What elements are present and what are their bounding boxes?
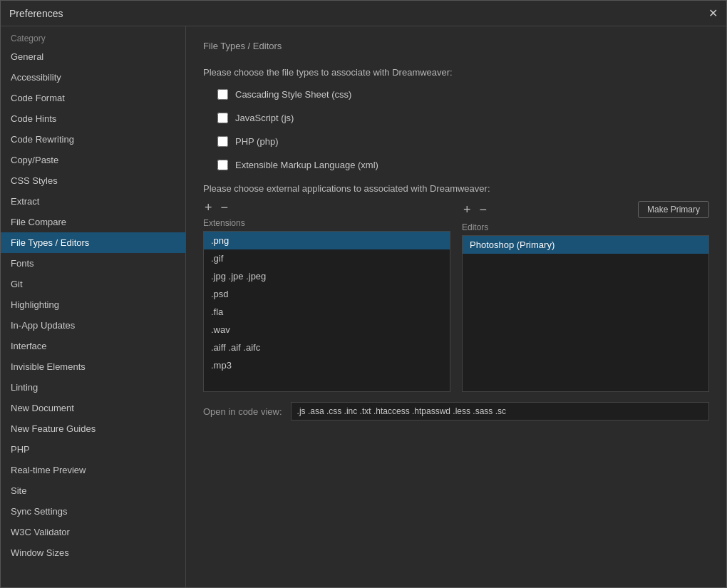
open-code-input[interactable] xyxy=(291,402,709,421)
sidebar-category-label: Category xyxy=(1,26,185,46)
extensions-header: Extensions xyxy=(203,218,450,228)
file-type-label: PHP (php) xyxy=(235,136,278,147)
extension-list-item[interactable]: .png xyxy=(204,232,450,249)
file-type-checkbox-item: JavaScript (js) xyxy=(217,113,709,123)
sidebar-item[interactable]: Sync Settings xyxy=(1,501,185,522)
extensions-listbox[interactable]: .png.gif.jpg .jpe .jpeg.psd.fla.wav.aiff… xyxy=(203,231,450,392)
sidebar: Category GeneralAccessibilityCode Format… xyxy=(1,26,186,587)
editors-column: + − Make Primary Editors Photoshop (Prim… xyxy=(462,201,709,392)
add-extension-button[interactable]: + xyxy=(203,201,214,214)
close-button[interactable]: ✕ xyxy=(708,6,718,20)
editors-toolbar: + − Make Primary xyxy=(462,201,709,218)
file-types-checkboxes: Cascading Style Sheet (css)JavaScript (j… xyxy=(217,89,709,170)
sidebar-item[interactable]: Highlighting xyxy=(1,294,185,315)
sidebar-item[interactable]: CSS Styles xyxy=(1,170,185,191)
sidebar-item[interactable]: Copy/Paste xyxy=(1,150,185,170)
sidebar-item[interactable]: Invisible Elements xyxy=(1,356,185,377)
section-title: File Types / Editors xyxy=(203,41,709,54)
external-apps-label: Please choose external applications to a… xyxy=(203,183,709,194)
extension-list-item[interactable]: .fla xyxy=(204,303,450,321)
remove-editor-button[interactable]: − xyxy=(478,203,489,216)
extensions-column: + − Extensions .png.gif.jpg .jpe .jpeg.p… xyxy=(203,201,450,392)
window-title: Preferences xyxy=(9,8,63,19)
sidebar-item[interactable]: Accessibility xyxy=(1,67,185,88)
sidebar-item[interactable]: New Feature Guides xyxy=(1,418,185,439)
file-type-label: Extensible Markup Language (xml) xyxy=(235,160,378,170)
sidebar-item[interactable]: Interface xyxy=(1,336,185,356)
file-type-checkbox[interactable] xyxy=(217,113,228,123)
sidebar-item[interactable]: General xyxy=(1,46,185,67)
open-code-label: Open in code view: xyxy=(203,406,282,417)
editors-listbox[interactable]: Photoshop (Primary) xyxy=(462,235,709,392)
main-content-area: File Types / Editors Please choose the f… xyxy=(186,26,726,587)
sidebar-item[interactable]: Real-time Preview xyxy=(1,460,185,480)
sidebar-item[interactable]: Code Rewriting xyxy=(1,129,185,150)
extension-list-item[interactable]: .mp3 xyxy=(204,356,450,374)
file-types-label: Please choose the file types to associat… xyxy=(203,67,709,78)
file-type-label: JavaScript (js) xyxy=(235,113,294,123)
editors-header: Editors xyxy=(462,222,709,232)
sidebar-items-list: GeneralAccessibilityCode FormatCode Hint… xyxy=(1,46,185,563)
file-type-checkbox[interactable] xyxy=(217,160,228,170)
sidebar-item[interactable]: In-App Updates xyxy=(1,315,185,336)
two-col-section: + − Extensions .png.gif.jpg .jpe .jpeg.p… xyxy=(203,201,709,392)
extensions-toolbar: + − xyxy=(203,201,450,214)
content-area: Category GeneralAccessibilityCode Format… xyxy=(1,26,726,587)
title-bar: Preferences ✕ xyxy=(1,1,726,26)
sidebar-item[interactable]: Linting xyxy=(1,377,185,398)
extension-list-item[interactable]: .psd xyxy=(204,285,450,303)
make-primary-button[interactable]: Make Primary xyxy=(638,201,709,218)
sidebar-item[interactable]: Git xyxy=(1,274,185,294)
file-type-checkbox[interactable] xyxy=(217,89,228,100)
file-type-checkbox[interactable] xyxy=(217,136,228,147)
add-editor-button[interactable]: + xyxy=(462,203,473,216)
editor-list-item[interactable]: Photoshop (Primary) xyxy=(463,236,708,254)
file-type-checkbox-item: Cascading Style Sheet (css) xyxy=(217,89,709,100)
extension-list-item[interactable]: .wav xyxy=(204,321,450,339)
file-type-label: Cascading Style Sheet (css) xyxy=(235,89,351,100)
sidebar-item[interactable]: Extract xyxy=(1,191,185,212)
sidebar-item[interactable]: File Compare xyxy=(1,212,185,232)
sidebar-item[interactable]: Fonts xyxy=(1,253,185,274)
extension-list-item[interactable]: .gif xyxy=(204,249,450,267)
sidebar-item[interactable]: W3C Validator xyxy=(1,522,185,542)
sidebar-item[interactable]: Code Format xyxy=(1,88,185,108)
sidebar-item[interactable]: Code Hints xyxy=(1,108,185,129)
sidebar-item[interactable]: Site xyxy=(1,480,185,501)
open-code-view-row: Open in code view: xyxy=(203,402,709,421)
sidebar-item[interactable]: Window Sizes xyxy=(1,542,185,563)
extension-list-item[interactable]: .jpg .jpe .jpeg xyxy=(204,267,450,285)
file-type-checkbox-item: PHP (php) xyxy=(217,136,709,147)
sidebar-item[interactable]: PHP xyxy=(1,439,185,460)
preferences-window: Preferences ✕ Category GeneralAccessibil… xyxy=(0,0,727,588)
remove-extension-button[interactable]: − xyxy=(220,201,230,214)
sidebar-item[interactable]: New Document xyxy=(1,398,185,418)
sidebar-item[interactable]: File Types / Editors xyxy=(1,232,185,253)
extension-list-item[interactable]: .aiff .aif .aifc xyxy=(204,339,450,356)
file-type-checkbox-item: Extensible Markup Language (xml) xyxy=(217,160,709,170)
